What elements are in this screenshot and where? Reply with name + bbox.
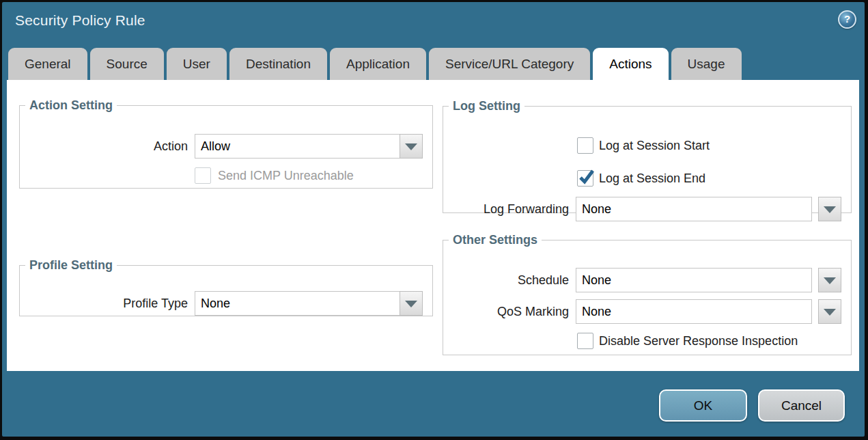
- profile-type-dropdown-arrow-button[interactable]: [400, 291, 423, 316]
- log-at-session-start-label: Log at Session Start: [599, 137, 710, 154]
- ok-button[interactable]: OK: [659, 389, 747, 422]
- qos-marking-dropdown[interactable]: None: [576, 299, 812, 324]
- log-setting-legend: Log Setting: [449, 99, 524, 113]
- other-settings-legend: Other Settings: [449, 233, 542, 247]
- tab-actions[interactable]: Actions: [593, 48, 668, 80]
- action-dropdown-arrow-button[interactable]: [400, 134, 423, 159]
- action-dropdown[interactable]: Allow: [195, 134, 400, 159]
- caret-down-icon: [824, 277, 836, 284]
- profile-type-label: Profile Type: [51, 291, 188, 316]
- log-at-session-start-checkbox[interactable]: [577, 137, 593, 154]
- other-settings-group: Other Settings Schedule None QoS Marking…: [443, 233, 852, 355]
- tab-user[interactable]: User: [167, 48, 227, 80]
- qos-marking-dropdown-arrow-button[interactable]: [818, 299, 841, 324]
- tab-destination[interactable]: Destination: [229, 48, 327, 80]
- send-icmp-unreachable-checkbox: [195, 167, 211, 184]
- tab-source[interactable]: Source: [90, 48, 164, 80]
- schedule-dropdown-arrow-button[interactable]: [818, 268, 841, 292]
- dialog-title: Security Policy Rule: [15, 12, 145, 29]
- profile-type-dropdown[interactable]: None: [195, 291, 400, 316]
- schedule-dropdown[interactable]: None: [576, 268, 812, 292]
- caret-down-icon: [405, 301, 417, 307]
- log-at-session-end-label: Log at Session End: [599, 170, 705, 187]
- caret-down-icon: [824, 309, 836, 316]
- tab-application[interactable]: Application: [330, 48, 426, 80]
- log-forwarding-dropdown-arrow-button[interactable]: [818, 197, 841, 221]
- action-setting-group: Action Setting Action Allow Send ICMP Un…: [19, 98, 433, 189]
- disable-server-response-inspection-checkbox[interactable]: [577, 333, 593, 349]
- disable-server-response-inspection-label: Disable Server Response Inspection: [599, 333, 798, 349]
- checkmark-icon: [577, 168, 595, 186]
- log-forwarding-label: Log Forwarding: [446, 197, 569, 221]
- tab-service-url-category[interactable]: Service/URL Category: [429, 48, 590, 80]
- profile-setting-group: Profile Setting Profile Type None: [19, 258, 433, 316]
- tab-usage[interactable]: Usage: [671, 48, 742, 80]
- tab-bar: General Source User Destination Applicat…: [8, 48, 742, 80]
- action-setting-legend: Action Setting: [25, 98, 117, 113]
- help-icon[interactable]: ?: [838, 10, 856, 29]
- qos-marking-label: QoS Marking: [446, 299, 569, 324]
- security-policy-rule-dialog: Security Policy Rule ? General Source Us…: [0, 0, 868, 440]
- caret-down-icon: [824, 206, 836, 213]
- cancel-button[interactable]: Cancel: [758, 389, 845, 422]
- question-mark-glyph: ?: [839, 13, 855, 25]
- content-panel: Action Setting Action Allow Send ICMP Un…: [7, 80, 859, 371]
- log-forwarding-dropdown[interactable]: None: [576, 197, 812, 221]
- log-at-session-end-checkbox[interactable]: [577, 170, 593, 187]
- profile-setting-legend: Profile Setting: [25, 258, 117, 273]
- action-label: Action: [51, 134, 188, 159]
- schedule-label: Schedule: [446, 268, 569, 292]
- log-setting-group: Log Setting Log at Session Start Log at …: [443, 99, 852, 213]
- caret-down-icon: [405, 143, 417, 150]
- tab-general[interactable]: General: [8, 48, 87, 80]
- send-icmp-unreachable-label: Send ICMP Unreachable: [218, 167, 354, 184]
